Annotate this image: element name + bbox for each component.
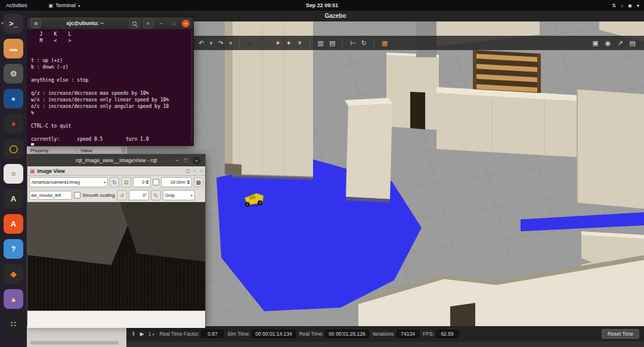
terminal-title-bar[interactable]: ⊞ xjc@ubuntu: ~ ≡ − □ ×: [27, 17, 193, 29]
camera-image-view[interactable]: [27, 202, 205, 311]
value-column-header[interactable]: Value: [77, 148, 122, 153]
plugin-minimize-button[interactable]: −: [193, 168, 196, 174]
power-icon[interactable]: ◉: [628, 3, 632, 8]
dock-icon-files[interactable]: ▬: [0, 39, 27, 59]
dock-icon-browser[interactable]: ●: [0, 89, 27, 109]
separator: │: [238, 36, 242, 50]
play-button[interactable]: ▶: [139, 331, 145, 337]
network-icon[interactable]: ⇅: [612, 3, 616, 8]
undo-icon[interactable]: ↶: [199, 36, 204, 50]
pause-button[interactable]: ‖: [131, 331, 136, 337]
topic-value: /smartcar/camera1/imag: [32, 179, 80, 185]
app-glyph: ▬: [10, 44, 17, 53]
menu-icon[interactable]: ≡: [143, 18, 153, 29]
redo-icon[interactable]: ↷: [218, 36, 224, 50]
clock[interactable]: Sep 22 09:51: [306, 2, 339, 8]
dock: >_ ▬ ⚙ ●: [0, 11, 27, 347]
separator: │: [308, 36, 312, 50]
point-light-icon[interactable]: ✶: [275, 36, 280, 50]
zoom-spinbox[interactable]: 0: [133, 177, 151, 187]
log-icon[interactable]: ▤: [630, 36, 636, 50]
image-view-toolbar-2: Smooth scaling ↺ 0° ↻ Gray ▾: [27, 189, 205, 202]
spot-light-icon[interactable]: ✦: [286, 36, 292, 50]
terminal-output[interactable]: J K L M < >t : up (+z)b : down (-z)anyth…: [27, 29, 193, 146]
minimize-button[interactable]: −: [175, 157, 178, 163]
wall-freestanding[interactable]: [345, 98, 392, 203]
align-icon[interactable]: ⊢: [350, 36, 356, 50]
plot-icon[interactable]: ↗: [617, 36, 623, 50]
app-glyph: ≡: [11, 169, 16, 178]
new-tab-icon[interactable]: ⊞: [31, 18, 41, 28]
dock-icon-terminal[interactable]: >_: [0, 14, 27, 34]
horizontal-scrollbar[interactable]: [30, 341, 119, 345]
dock-icon-orange-app[interactable]: ◆: [0, 264, 27, 284]
rotate-right-button[interactable]: ↻: [151, 190, 161, 200]
desktop: Gazebo: [0, 0, 644, 347]
max-range-spinbox[interactable]: 10.00m: [161, 177, 192, 187]
dock-icon-camera-app[interactable]: ◯: [0, 139, 27, 159]
steps-dropdown[interactable]: 1 ▾: [148, 331, 154, 337]
image-options-button[interactable]: ▩: [194, 177, 203, 187]
search-icon[interactable]: [129, 18, 140, 29]
box-icon[interactable]: ■: [247, 36, 251, 50]
maximize-button[interactable]: □: [184, 157, 187, 163]
terminal-scrollbar[interactable]: [191, 30, 193, 142]
save-image-button[interactable]: ⊡: [121, 177, 131, 187]
dock-icon-show-apps[interactable]: ∷: [0, 314, 27, 334]
screenshot-icon[interactable]: ▣: [592, 36, 598, 50]
snap-rotate-icon[interactable]: ↻: [361, 36, 367, 50]
rotation-angle-value: 0°: [131, 193, 147, 198]
tray-caret-icon[interactable]: ▾: [637, 3, 639, 8]
record-icon[interactable]: ◉: [605, 36, 611, 50]
app-glyph: >_: [9, 19, 18, 28]
terminal-window-title: xjc@ubuntu: ~: [44, 20, 126, 26]
dock-icon-text-editor[interactable]: ≡: [0, 164, 27, 184]
smooth-scaling-checkbox[interactable]: [74, 192, 80, 199]
fps-value: 62.59: [436, 330, 459, 338]
building-editor-icon[interactable]: ▦: [382, 36, 388, 50]
redo-caret-icon[interactable]: ▾: [229, 36, 233, 50]
undo-caret-icon[interactable]: ▾: [209, 36, 213, 50]
dock-icon-gazebo[interactable]: ●: [0, 114, 27, 134]
refresh-topics-button[interactable]: ↻: [110, 177, 119, 187]
maximize-button[interactable]: □: [169, 19, 178, 28]
volume-icon[interactable]: ♪: [621, 3, 623, 8]
app-menu[interactable]: ▣ Terminal ▾: [49, 2, 80, 8]
spinner-arrows-icon[interactable]: [145, 180, 149, 184]
rqt-title-bar[interactable]: rqt_image_view__ImageView - rqt − □ ×: [27, 154, 205, 166]
activities-button[interactable]: Activities: [0, 2, 33, 8]
app-glyph: ◆: [11, 269, 17, 278]
colormap-dropdown[interactable]: Gray ▾: [163, 190, 195, 200]
minimize-button[interactable]: −: [157, 19, 166, 28]
sphere-icon[interactable]: ●: [256, 36, 261, 50]
system-tray[interactable]: ⇅♪◉▾: [612, 3, 644, 8]
property-column-header[interactable]: Property: [27, 148, 77, 153]
rotation-angle-spinbox[interactable]: 0°: [129, 190, 149, 200]
gazebo-toolbar-right: ▣ ◉ ↗ ▤: [592, 36, 636, 50]
copy-icon[interactable]: ▥: [318, 36, 324, 50]
panel-scrollbar[interactable]: [122, 147, 126, 153]
directional-light-icon[interactable]: ☀: [297, 36, 303, 50]
close-button[interactable]: ×: [193, 157, 200, 165]
spinner-arrows-icon[interactable]: [187, 180, 190, 184]
dock-icon-image-viewer[interactable]: ▴: [0, 289, 27, 309]
plugin-title: Image View: [38, 168, 65, 174]
topic-dropdown[interactable]: /smartcar/camera1/imag ▾: [29, 177, 108, 187]
paste-icon[interactable]: ▤: [329, 36, 335, 50]
reset-time-button[interactable]: Reset Time: [602, 329, 639, 339]
dock-icon-archive[interactable]: A: [0, 189, 27, 209]
image-view-plugin-icon: ▣: [30, 168, 35, 174]
dock-icon-ubuntu-software[interactable]: A: [0, 214, 27, 234]
plugin-close-button[interactable]: ○: [200, 168, 203, 174]
rotate-left-button[interactable]: ↺: [117, 190, 127, 200]
mouse-topic-input[interactable]: [29, 191, 72, 200]
cylinder-icon[interactable]: ◗: [266, 36, 270, 50]
close-button[interactable]: ×: [182, 20, 190, 27]
dock-icon-settings[interactable]: ⚙: [0, 64, 27, 84]
app-glyph: ∷: [11, 320, 16, 329]
app-glyph: A: [11, 194, 16, 203]
undock-button[interactable]: ◻: [186, 168, 190, 174]
dynamic-range-checkbox[interactable]: [153, 179, 159, 185]
rqt-window: rqt_image_view__ImageView - rqt − □ × ▣ …: [27, 154, 206, 325]
dock-icon-help[interactable]: ?: [0, 239, 27, 259]
